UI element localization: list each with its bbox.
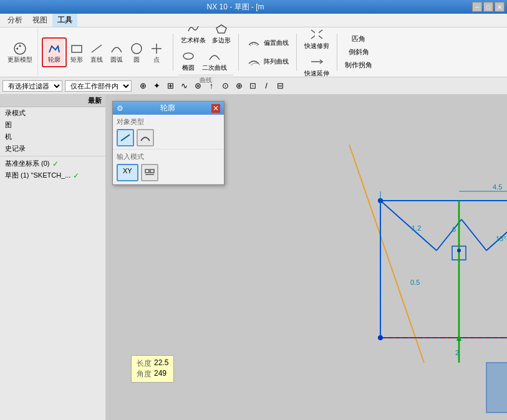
window-title: NX 10 - 草图 - [m xyxy=(0,2,471,12)
highlighted-tool-group: 轮廓 xyxy=(42,37,67,67)
dialog-input-mode-label: 输入模式 xyxy=(117,152,220,161)
dialog-title-bar[interactable]: ⚙ 轮廓 ✕ xyxy=(113,102,224,115)
rectangle-icon xyxy=(69,41,84,56)
menu-bar: 分析 视图 工具 xyxy=(0,14,507,27)
maximize-button[interactable]: □ xyxy=(483,2,493,12)
tree-item-check-4: ✓ xyxy=(52,160,59,168)
menu-tools[interactable]: 工具 xyxy=(52,14,77,27)
dialog-title-label: 轮廓 xyxy=(160,103,175,113)
offset-curve-button[interactable]: 偏置曲线 xyxy=(244,34,291,52)
svg-text:0.5: 0.5 xyxy=(410,279,420,286)
svg-point-3 xyxy=(132,44,142,54)
conic-icon xyxy=(207,49,222,64)
minimize-button[interactable]: ─ xyxy=(472,2,482,12)
info-box: 长度 22.5 角度 249 xyxy=(131,355,174,383)
tree-item-recordmode[interactable]: 录模式 xyxy=(0,107,105,119)
dialog-arc-button[interactable] xyxy=(137,129,154,146)
line-label: 直线 xyxy=(90,56,103,64)
art-spline-label: 艺术样条 xyxy=(181,36,206,45)
dialog-object-type-buttons xyxy=(117,129,220,146)
line-icon xyxy=(89,41,104,56)
title-bar: NX 10 - 草图 - [m ─ □ ✕ xyxy=(0,0,507,14)
canvas-area[interactable]: 4.5 1.2 6 13° 0.5 2 15 12.5 xyxy=(106,95,507,420)
quick-extend-button[interactable]: 快速延伸 xyxy=(302,53,332,79)
curve-row-bottom: 椭圆 二次曲线 xyxy=(178,47,233,74)
tree-item-label-0: 录模式 xyxy=(5,108,26,118)
svg-text:2: 2 xyxy=(455,349,459,356)
quick-trim-icon xyxy=(309,27,324,42)
ellipse-icon xyxy=(181,49,196,64)
info-angle-value: 249 xyxy=(154,369,167,379)
close-button[interactable]: ✕ xyxy=(495,2,505,12)
art-spline-icon xyxy=(186,21,201,36)
workpart-filter-dropdown[interactable]: 仅在工作部件内 xyxy=(65,80,132,92)
quick-extend-icon xyxy=(309,54,324,69)
update-model-button[interactable]: 更新模型 xyxy=(5,40,35,65)
toolbar-icon-8[interactable]: ⊕ xyxy=(233,80,245,92)
tree-item-machine[interactable]: 机 xyxy=(0,131,105,143)
info-angle-label: 角度 xyxy=(137,369,152,379)
svg-point-40 xyxy=(457,249,461,252)
menu-analyze[interactable]: 分析 xyxy=(2,14,27,27)
panel-header: 最新 xyxy=(0,95,105,107)
polygon-label: 多边形 xyxy=(212,36,231,45)
svg-text:13°: 13° xyxy=(496,235,506,242)
circle-button[interactable]: 圆 xyxy=(127,40,147,65)
toolbar-icon-2[interactable]: ✦ xyxy=(150,80,163,92)
left-panel: 最新 录模式 图 机 史记录 基准坐标系 (0) ✓ 草图 (1) "SKETC… xyxy=(0,95,106,420)
corner-button[interactable]: 匹角 xyxy=(342,33,375,45)
info-angle-row: 角度 249 xyxy=(137,369,168,379)
tree-separator xyxy=(0,156,105,156)
arc-icon xyxy=(109,41,124,56)
ellipse-button[interactable]: 椭圆 xyxy=(178,47,198,74)
svg-rect-47 xyxy=(150,169,154,173)
menu-view[interactable]: 视图 xyxy=(27,14,52,27)
array-curve-button[interactable]: 阵列曲线 xyxy=(244,53,291,70)
secondary-toolbar: 有选择过滤器 有选择过滤器 仅在工作部件内 ⊕ ✦ ⊞ ∿ ⊛ ↑ ⊙ ⊕ ⊡ … xyxy=(0,77,507,95)
dialog-close-button[interactable]: ✕ xyxy=(211,104,220,113)
tree-item-datum[interactable]: 基准坐标系 (0) ✓ xyxy=(0,158,105,169)
update-model-icon xyxy=(12,41,27,56)
tree-item-sketch[interactable]: 草图 (1) "SKETCH_... ✓ xyxy=(0,169,105,181)
tree-item-history[interactable]: 史记录 xyxy=(0,143,105,155)
dialog-input-mode-buttons: XY xyxy=(117,164,220,181)
main-area: 最新 录模式 图 机 史记录 基准坐标系 (0) ✓ 草图 (1) "SKETC… xyxy=(0,95,507,420)
tree-item-check-5: ✓ xyxy=(73,171,79,180)
tree-item-label-3: 史记录 xyxy=(5,144,26,153)
arc-button[interactable]: 圆弧 xyxy=(107,40,127,65)
line-button[interactable]: 直线 xyxy=(87,40,107,65)
tree-item-diagram[interactable]: 图 xyxy=(0,119,105,131)
chamfer-button[interactable]: 倒斜角 xyxy=(342,46,375,58)
dialog-line-button[interactable] xyxy=(117,129,134,146)
profile-label: 轮廓 xyxy=(48,56,60,64)
circle-label: 圆 xyxy=(133,56,140,64)
corner-label: 匹角 xyxy=(352,34,365,44)
toolbar-icon-9[interactable]: ⊡ xyxy=(246,80,259,92)
svg-text:4.5: 4.5 xyxy=(493,183,502,191)
dialog-param-button[interactable] xyxy=(141,164,158,181)
toolbar: 更新模型 轮廓 矩形 xyxy=(0,27,507,77)
point-button[interactable]: 点 xyxy=(147,40,167,65)
toolbar-icon-3[interactable]: ⊞ xyxy=(164,80,176,92)
dialog-xy-button[interactable]: XY xyxy=(117,164,138,181)
toolbar-icon-1[interactable]: ⊕ xyxy=(137,80,149,92)
rectangle-button[interactable]: 矩形 xyxy=(67,40,87,65)
make-curve-button[interactable]: 制作拐角 xyxy=(342,59,375,71)
array-curve-icon xyxy=(246,54,261,69)
svg-marker-6 xyxy=(216,25,226,33)
polygon-icon xyxy=(214,21,229,36)
info-length-label: 长度 xyxy=(137,358,152,369)
dialog-input-mode-section: 输入模式 XY xyxy=(113,150,224,184)
polygon-button[interactable]: 多边形 xyxy=(210,20,233,46)
profile-button[interactable]: 轮廓 xyxy=(44,40,64,65)
art-spline-button[interactable]: 艺术样条 xyxy=(178,20,208,46)
quick-trim-button[interactable]: 快速修剪 xyxy=(302,26,332,52)
profile-dialog: ⚙ 轮廓 ✕ 对象类型 xyxy=(112,101,225,185)
svg-line-45 xyxy=(121,135,130,141)
conic-button[interactable]: 二次曲线 xyxy=(200,47,229,74)
toolbar-icon-11[interactable]: ⊟ xyxy=(274,80,286,92)
selection-filter-dropdown[interactable]: 有选择过滤器 xyxy=(2,80,62,92)
dialog-object-type-section: 对象类型 xyxy=(113,115,224,150)
toolbar-icon-10[interactable]: / xyxy=(260,80,273,92)
point-icon xyxy=(149,41,164,56)
